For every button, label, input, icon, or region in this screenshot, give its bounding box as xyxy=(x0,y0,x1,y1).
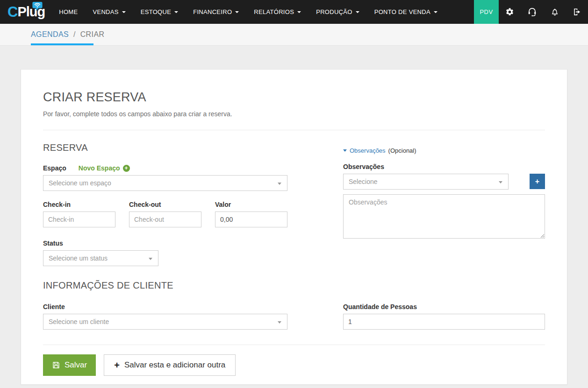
checkout-input[interactable] xyxy=(129,212,201,227)
observacoes-optional-label: (Opcional) xyxy=(388,147,416,154)
collapse-caret-icon xyxy=(343,149,347,152)
select-caret-icon xyxy=(278,183,281,185)
nav-item-label: FINANCEIRO xyxy=(193,8,232,15)
novo-espaco-label: Novo Espaço xyxy=(79,164,120,172)
nav-item-label: PONTO DE VENDA xyxy=(374,8,430,15)
divider xyxy=(43,130,545,130)
observacoes-select-row: Selecione + xyxy=(343,174,545,190)
save-button-label: Salvar xyxy=(65,360,87,370)
top-navbar: C Plug HOME VENDAS ESTOQUE FINANCEIRO RE… xyxy=(0,0,588,24)
nav-item-label: RELATÓRIOS xyxy=(254,8,294,15)
status-label: Status xyxy=(43,240,287,247)
pessoas-field: Quantidade de Pessoas xyxy=(343,303,545,330)
navbar-right-actions: PDV xyxy=(474,0,588,24)
nav-item-ponto-de-venda[interactable]: PONTO DE VENDA xyxy=(367,0,445,24)
pessoas-label: Quantidade de Pessoas xyxy=(343,303,545,310)
notifications-bell-icon[interactable] xyxy=(544,0,566,24)
select-caret-icon xyxy=(499,181,502,183)
cplug-logo[interactable]: C Plug xyxy=(0,0,51,24)
observacoes-label: Observações xyxy=(343,163,545,170)
nav-item-label: PRODUÇÃO xyxy=(316,8,352,15)
espaco-select[interactable]: Selecione um espaço xyxy=(43,175,287,191)
cliente-row: Cliente Selecione um cliente Quantidade … xyxy=(43,303,545,330)
breadcrumb-separator: / xyxy=(73,30,76,38)
page-title: CRIAR RESERVA xyxy=(43,90,545,105)
nav-item-label: VENDAS xyxy=(93,8,118,15)
nav-item-home[interactable]: HOME xyxy=(51,0,85,24)
plus-icon: + xyxy=(114,360,120,370)
breadcrumb: AGENDAS / CRIAR xyxy=(31,30,104,39)
nav-item-financeiro[interactable]: FINANCEIRO xyxy=(186,0,246,24)
caret-down-icon xyxy=(122,11,126,13)
espaco-select-placeholder: Selecione um espaço xyxy=(49,179,111,187)
breadcrumb-bar: AGENDAS / CRIAR xyxy=(0,24,588,46)
novo-espaco-link[interactable]: Novo Espaço + xyxy=(79,164,130,172)
cliente-label: Cliente xyxy=(43,303,287,310)
form-actions: Salvar + Salvar esta e adicionar outra xyxy=(43,354,545,376)
wifi-bubble-icon xyxy=(32,1,43,12)
page-subtitle: Por favor, complete todos os campos abai… xyxy=(43,110,545,118)
save-and-add-button[interactable]: + Salvar esta e adicionar outra xyxy=(104,354,236,376)
observacoes-select-placeholder: Selecione xyxy=(349,178,378,185)
select-caret-icon xyxy=(149,258,152,260)
status-field: Status Selecione um status xyxy=(43,240,287,266)
nav-item-producao[interactable]: PRODUÇÃO xyxy=(308,0,367,24)
breadcrumb-active-indicator xyxy=(31,43,93,45)
save-button[interactable]: Salvar xyxy=(43,354,96,376)
add-observacao-button[interactable]: + xyxy=(530,174,545,189)
nav-item-estoque[interactable]: ESTOQUE xyxy=(133,0,186,24)
section-heading-cliente: INFORMAÇÕES DE CLIENTE xyxy=(43,280,545,291)
divider xyxy=(43,345,545,345)
observacoes-column: Observações (Opcional) Observações Selec… xyxy=(343,142,545,266)
caret-down-icon xyxy=(174,11,178,13)
save-and-add-label: Salvar esta e adicionar outra xyxy=(124,360,225,370)
plus-icon: + xyxy=(535,177,539,186)
espaco-label-row: Espaço Novo Espaço + xyxy=(43,164,287,172)
observacoes-collapse-toggle[interactable]: Observações (Opcional) xyxy=(343,147,416,154)
checkin-input[interactable] xyxy=(43,212,115,227)
cliente-select[interactable]: Selecione um cliente xyxy=(43,314,287,330)
logo-text-c: C xyxy=(7,4,17,21)
reserva-column: RESERVA Espaço Novo Espaço + Selecione u… xyxy=(43,142,287,266)
valor-input[interactable] xyxy=(215,212,287,227)
observacoes-select[interactable]: Selecione xyxy=(343,174,509,190)
cliente-field: Cliente Selecione um cliente xyxy=(43,303,287,330)
select-caret-icon xyxy=(278,321,281,324)
pdv-button[interactable]: PDV xyxy=(474,0,499,24)
status-select[interactable]: Selecione um status xyxy=(43,250,158,266)
section-heading-reserva: RESERVA xyxy=(43,142,287,153)
reservation-form: RESERVA Espaço Novo Espaço + Selecione u… xyxy=(43,142,545,266)
settings-gear-icon[interactable] xyxy=(499,0,521,24)
valor-field: Valor xyxy=(215,201,287,227)
nav-item-relatorios[interactable]: RELATÓRIOS xyxy=(246,0,308,24)
support-headset-icon[interactable] xyxy=(521,0,544,24)
nav-item-label: HOME xyxy=(59,8,78,15)
plus-circle-icon: + xyxy=(123,165,130,172)
caret-down-icon xyxy=(297,11,301,13)
caret-down-icon xyxy=(235,11,239,13)
observacoes-toggle-label: Observações xyxy=(350,147,386,154)
pessoas-input[interactable] xyxy=(343,314,545,330)
dates-value-row: Check-in Check-out Valor xyxy=(43,201,287,227)
observacoes-textarea[interactable] xyxy=(343,194,545,239)
breadcrumb-agendas-link[interactable]: AGENDAS xyxy=(31,30,69,38)
checkout-label: Check-out xyxy=(129,201,201,208)
caret-down-icon xyxy=(356,11,359,13)
main-menu: HOME VENDAS ESTOQUE FINANCEIRO RELATÓRIO… xyxy=(51,0,445,24)
nav-item-vendas[interactable]: VENDAS xyxy=(85,0,133,24)
logout-icon[interactable] xyxy=(566,0,588,24)
nav-item-label: ESTOQUE xyxy=(141,8,171,15)
checkin-label: Check-in xyxy=(43,201,115,208)
espaco-label: Espaço xyxy=(43,164,66,172)
create-reservation-card: CRIAR RESERVA Por favor, complete todos … xyxy=(21,69,567,385)
breadcrumb-current: CRIAR xyxy=(80,30,105,38)
floppy-save-icon xyxy=(52,361,60,369)
valor-label: Valor xyxy=(215,201,287,208)
checkout-field: Check-out xyxy=(129,201,201,227)
cliente-select-placeholder: Selecione um cliente xyxy=(49,318,109,325)
status-select-placeholder: Selecione um status xyxy=(49,254,108,262)
checkin-field: Check-in xyxy=(43,201,115,227)
caret-down-icon xyxy=(434,11,437,13)
